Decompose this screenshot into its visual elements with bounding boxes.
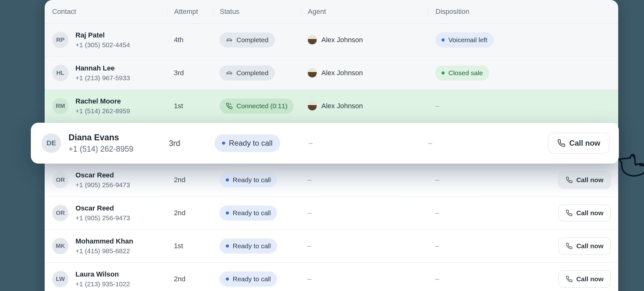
agent-avatar: [308, 35, 317, 45]
col-header-agent: Agent: [301, 8, 428, 16]
contact-phone: +1 (415) 985-6822: [75, 247, 133, 255]
table-row[interactable]: RP Raj Patel +1 (305) 502-4454 4th Compl…: [45, 24, 618, 57]
contact-name: Raj Patel: [75, 31, 130, 39]
phone-icon: [557, 139, 565, 147]
disposition-badge: Closed sale: [435, 65, 489, 81]
attempt-value: 3rd: [167, 69, 213, 77]
call-now-label: Call now: [576, 275, 603, 283]
status-label: Completed: [236, 36, 269, 44]
status-badge: Completed: [219, 65, 275, 81]
status-label: Ready to call: [233, 209, 271, 217]
status-badge: Completed: [219, 32, 275, 48]
status-label: Ready to call: [229, 139, 273, 148]
phone-hangup-icon: [226, 70, 233, 76]
contact-phone: +1 (514) 262-8959: [69, 144, 133, 154]
contact-phone: +1 (905) 256-9473: [75, 181, 130, 189]
empty-value: –: [309, 139, 313, 147]
contact-phone: +1 (305) 502-4454: [75, 41, 130, 49]
status-label: Ready to call: [233, 242, 271, 250]
phone-active-icon: [226, 103, 233, 109]
phone-icon: [566, 176, 573, 183]
contact-name: Laura Wilson: [75, 270, 130, 278]
avatar: RM: [52, 98, 69, 114]
contact-phone: +1 (514) 262-8959: [75, 107, 130, 115]
status-badge: Ready to call: [214, 134, 280, 152]
avatar: LW: [52, 271, 69, 287]
table-row[interactable]: LW Laura Wilson +1 (213) 935-1022 2nd Re…: [45, 263, 618, 291]
attempt-value: 2nd: [167, 209, 213, 217]
avatar: MK: [52, 238, 69, 254]
pointing-hand-icon: [616, 145, 644, 179]
call-now-label: Call now: [576, 242, 603, 250]
table-row[interactable]: OR Oscar Reed +1 (905) 256-9473 2nd Read…: [45, 164, 618, 197]
status-badge: Ready to call: [219, 238, 277, 254]
attempt-value: 1st: [167, 242, 213, 250]
status-label: Ready to call: [233, 176, 271, 184]
call-now-button[interactable]: Call now: [558, 204, 611, 221]
call-now-button[interactable]: Call now: [548, 133, 609, 154]
table-row[interactable]: OR Oscar Reed +1 (905) 256-9473 2nd Read…: [45, 197, 618, 230]
empty-value: –: [308, 242, 311, 250]
contact-name: Hannah Lee: [75, 64, 130, 72]
call-now-button[interactable]: Call now: [558, 271, 611, 288]
agent-name: Alex Johnson: [321, 102, 363, 110]
phone-icon: [566, 276, 573, 283]
call-now-button[interactable]: Call now: [558, 238, 611, 255]
empty-value: –: [435, 176, 439, 184]
empty-value: –: [308, 209, 311, 217]
disposition-label: Closed sale: [448, 69, 483, 77]
call-now-label: Call now: [576, 176, 603, 184]
status-badge: Connected (0:11): [219, 98, 294, 114]
empty-value: –: [435, 209, 439, 217]
attempt-value: 3rd: [166, 139, 211, 148]
dot-icon: [226, 178, 229, 182]
call-now-button[interactable]: Call now: [558, 171, 611, 188]
phone-hangup-icon: [226, 36, 233, 43]
dot-icon: [226, 244, 229, 248]
call-now-label: Call now: [576, 209, 603, 217]
attempt-value: 4th: [167, 36, 213, 44]
dot-icon: [441, 71, 445, 75]
contact-name: Mohammed Khan: [75, 237, 133, 245]
table-row[interactable]: HL Hannah Lee +1 (213) 967-5933 3rd Comp…: [45, 57, 618, 90]
table-header: Contact Attempt Status Agent Disposition: [45, 0, 618, 24]
col-header-contact: Contact: [52, 8, 167, 16]
featured-row[interactable]: DE Diana Evans +1 (514) 262-8959 3rd Rea…: [31, 123, 619, 164]
contact-phone: +1 (905) 256-9473: [75, 214, 130, 222]
attempt-value: 1st: [167, 102, 213, 110]
empty-value: –: [435, 102, 439, 110]
empty-value: –: [435, 275, 439, 283]
phone-icon: [566, 243, 573, 249]
dot-icon: [226, 211, 229, 215]
agent-name: Alex Johnson: [321, 36, 363, 44]
col-header-attempt: Attempt: [167, 8, 213, 16]
col-header-status: Status: [213, 8, 301, 16]
call-now-label: Call now: [569, 139, 600, 148]
empty-value: –: [428, 139, 432, 147]
empty-value: –: [308, 275, 311, 283]
agent-avatar: [308, 68, 317, 78]
table-row[interactable]: RM Rachel Moore +1 (514) 262-8959 1st Co…: [45, 90, 618, 123]
avatar: HL: [52, 65, 69, 81]
avatar: DE: [42, 133, 61, 153]
avatar: OR: [52, 205, 69, 221]
phone-icon: [566, 210, 573, 216]
contact-name: Oscar Reed: [75, 204, 130, 212]
table-row[interactable]: MK Mohammed Khan +1 (415) 985-6822 1st R…: [45, 230, 618, 263]
agent-avatar: [308, 101, 317, 111]
dot-icon: [441, 38, 445, 42]
disposition-badge: Voicemail left: [435, 32, 494, 48]
empty-value: –: [435, 242, 439, 250]
attempt-value: 2nd: [167, 275, 213, 283]
status-label: Ready to call: [233, 275, 271, 283]
empty-value: –: [308, 176, 311, 184]
avatar: RP: [52, 32, 69, 48]
contact-name: Diana Evans: [69, 133, 133, 143]
status-badge: Ready to call: [219, 172, 277, 187]
contact-phone: +1 (213) 967-5933: [75, 74, 130, 82]
avatar: OR: [52, 172, 69, 188]
contact-name: Oscar Reed: [75, 171, 130, 179]
dot-icon: [222, 142, 225, 145]
contact-phone: +1 (213) 935-1022: [75, 280, 130, 288]
col-header-disposition: Disposition: [428, 8, 618, 16]
